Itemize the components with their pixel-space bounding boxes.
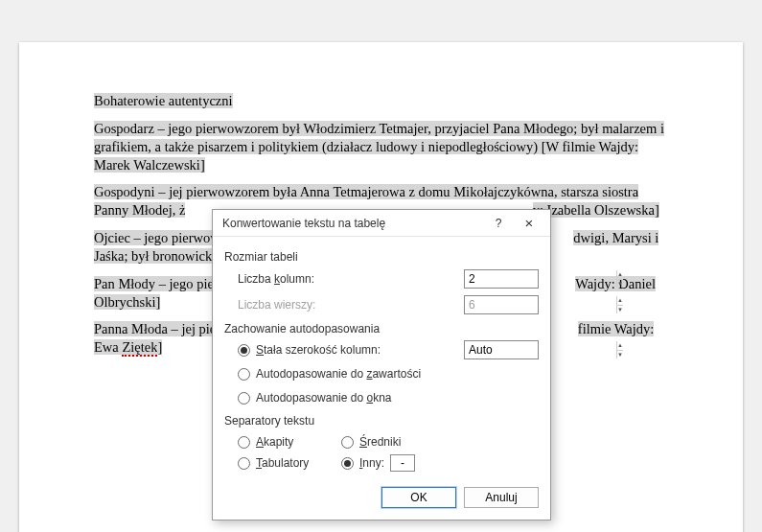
fit-fixed-label: Stała szerokość kolumn: [256, 343, 464, 357]
sep-other-label: Inny: [359, 456, 384, 470]
sep-other-input[interactable] [390, 454, 415, 472]
sep-tabs-radio[interactable] [238, 457, 250, 470]
group-autofit: Zachowanie autodopasowania [224, 322, 539, 335]
paragraph-5c: Ziętek [122, 339, 157, 357]
sep-semicolons-label: Średniki [359, 435, 401, 449]
fit-window-radio[interactable] [238, 392, 250, 405]
group-table-size: Rozmiar tabeli [224, 250, 539, 264]
sep-paragraphs-radio[interactable] [238, 436, 250, 449]
rows-input [465, 296, 616, 313]
fit-content-radio[interactable] [238, 368, 250, 381]
dialog-title: Konwertowanie tekstu na tabelę [222, 217, 483, 230]
fit-content-row: Autodopasowanie do zawartości [238, 363, 539, 384]
fit-fixed-radio[interactable] [238, 344, 250, 357]
rows-row: Liczba wierszy: ▲▼ [238, 293, 539, 316]
sep-tabs: Tabulatory [238, 452, 341, 474]
rows-spin-buttons: ▲▼ [616, 296, 623, 313]
fixed-width-spin-buttons[interactable]: ▲▼ [616, 341, 623, 359]
heading: Bohaterowie autentyczni [94, 93, 233, 108]
columns-spin-buttons[interactable]: ▲▼ [616, 270, 623, 288]
ok-button[interactable]: OK [381, 487, 456, 508]
sep-paragraphs-label: Akapity [256, 435, 293, 449]
columns-row: Liczba kolumn: ▲▼ [238, 267, 539, 290]
convert-text-to-table-dialog: Konwertowanie tekstu na tabelę ? × Rozmi… [212, 209, 551, 520]
paragraph-4a: Pan Młody – jego pierw [94, 276, 228, 291]
sep-tabs-label: Tabulatory [256, 456, 309, 470]
sep-other: Inny: [341, 452, 445, 474]
dialog-titlebar: Konwertowanie tekstu na tabelę ? × [213, 210, 550, 237]
fit-window-row: Autodopasowanie do okna [238, 387, 539, 408]
fixed-width-spinner[interactable]: ▲▼ [464, 340, 539, 359]
dialog-footer: OK Anuluj [213, 477, 550, 520]
paragraph-2b: y: Izabella Olszewska] [533, 202, 659, 218]
cancel-button[interactable]: Anuluj [464, 487, 539, 508]
separator-options: Akapity Średniki Tabulatory Inny: [238, 431, 539, 474]
paragraph-5a: Panna Młoda – jej pierw [94, 321, 231, 336]
sep-semicolons: Średniki [341, 431, 445, 452]
paragraph-5d: ] [157, 339, 162, 355]
group-separators: Separatory tekstu [224, 414, 539, 428]
sep-semicolons-radio[interactable] [341, 436, 354, 449]
fixed-width-input[interactable] [465, 341, 616, 359]
paragraph-3a: Ojciec – jego pierwowz [94, 230, 226, 245]
sep-paragraphs: Akapity [238, 431, 341, 452]
help-button[interactable]: ? [483, 213, 514, 234]
columns-input[interactable] [465, 270, 616, 288]
fit-window-label: Autodopasowanie do okna [256, 391, 539, 405]
close-button[interactable]: × [514, 213, 544, 234]
columns-spinner[interactable]: ▲▼ [464, 269, 539, 289]
fit-fixed-row: Stała szerokość kolumn: ▲▼ [238, 339, 539, 360]
close-icon: × [525, 215, 534, 231]
columns-label: Liczba kolumn: [238, 272, 464, 286]
sep-other-radio[interactable] [341, 457, 354, 470]
rows-label: Liczba wierszy: [238, 298, 464, 312]
rows-spinner: ▲▼ [464, 295, 539, 314]
fit-content-label: Autodopasowanie do zawartości [256, 367, 539, 381]
paragraph-1: Gospodarz – jego pierwowzorem był Włodzi… [94, 121, 664, 173]
